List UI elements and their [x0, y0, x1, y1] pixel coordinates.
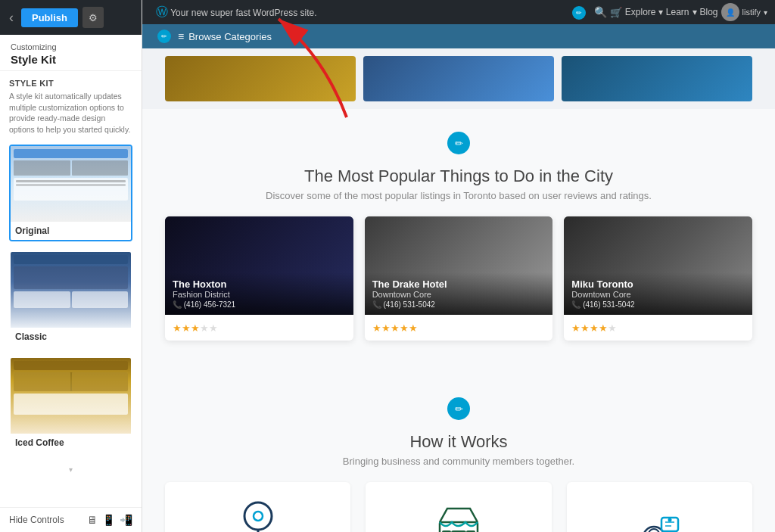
support-icon: [633, 501, 686, 532]
kit-label-original: Original: [11, 222, 131, 240]
how-section: ✏ How it Works Bringing business and com…: [142, 375, 775, 532]
popular-subtitle: Discover some of the most popular listin…: [165, 190, 752, 201]
strip-image-3: [562, 56, 752, 101]
kit-card-original[interactable]: Original: [9, 145, 132, 241]
scroll-hint: ▾: [9, 462, 132, 477]
blog-button[interactable]: Blog: [700, 7, 718, 17]
hoxton-area: Fashion District: [173, 290, 346, 299]
device-icons: 🖥 📱 📲: [87, 514, 132, 526]
how-cards-grid: [165, 482, 752, 532]
customizer-top-bar: ‹ Publish ⚙: [0, 0, 142, 35]
style-kit-description: A style kit automatically updates multip…: [9, 91, 132, 135]
miku-name: Miku Toronto: [571, 278, 745, 290]
how-section-header: ✏ How it Works Bringing business and com…: [165, 397, 752, 467]
how-card-support: [567, 482, 752, 532]
drake-name: The Drake Hotel: [372, 278, 546, 290]
preview-area: Ⓦ Your new super fast WordPress site. ✏ …: [142, 0, 775, 532]
learn-button[interactable]: Learn: [666, 7, 689, 17]
desktop-icon[interactable]: 🖥: [87, 514, 98, 526]
svg-point-18: [668, 518, 672, 522]
how-title: How it Works: [165, 432, 752, 452]
hoxton-image: The Hoxton Fashion District 📞 (416) 456-…: [165, 216, 353, 315]
menu-icon-browse: ≡: [178, 30, 184, 42]
hoxton-stars: ★★★★★: [173, 322, 218, 334]
mobile-icon[interactable]: 📲: [120, 514, 132, 526]
popular-section: ✏ The Most Popular Things to Do in the C…: [142, 109, 775, 375]
how-icon: ✏: [447, 397, 470, 420]
sidebar-section-title: Style Kit: [11, 53, 131, 66]
kit-card-iced-coffee[interactable]: Iced Coffee: [9, 356, 132, 453]
preview-site: ✏ ≡ Browse Categories ✏ The: [142, 24, 775, 532]
how-card-location: [165, 482, 350, 532]
customizer-sidebar: ‹ Publish ⚙ Customizing Style Kit Style …: [0, 0, 142, 532]
explore-button[interactable]: Explore ▾: [625, 7, 663, 17]
popular-icon: ✏: [447, 132, 470, 154]
edit-pencil-browse: ✏: [157, 30, 171, 43]
svg-point-1: [254, 512, 263, 521]
kit-thumb-original: [11, 146, 131, 222]
kit-card-classic[interactable]: Classic: [9, 250, 132, 347]
sidebar-footer: Hide Controls 🖥 📱 📲: [0, 507, 142, 532]
search-icon[interactable]: 🔍: [594, 6, 607, 18]
kit-thumb-iced-coffee: [11, 358, 131, 434]
miku-phone: 📞 (416) 531-5042: [571, 300, 745, 309]
drake-image: The Drake Hotel Downtown Core 📞 (416) 53…: [365, 216, 553, 315]
user-chevron: ▾: [764, 8, 767, 17]
learn-chevron: ▾: [693, 7, 697, 17]
miku-area: Downtown Core: [571, 290, 745, 299]
strip-image-2: [363, 56, 554, 101]
how-card-store: [366, 482, 551, 532]
user-name: listify: [742, 8, 761, 17]
browse-bar: ✏ ≡ Browse Categories: [142, 24, 775, 48]
kit-thumb-classic: [11, 252, 131, 328]
back-button[interactable]: ‹: [6, 10, 17, 26]
edit-icon-admin: ✏: [572, 5, 588, 20]
wp-nav-right: ✏ 🔍 🛒 Explore ▾ Learn ▾ Blog 👤 listify ▾: [572, 3, 767, 21]
strip-image-1: [165, 56, 356, 101]
wp-logo-icon: Ⓦ: [156, 5, 168, 18]
miku-card-body: ★★★★★: [564, 315, 752, 341]
miku-stars: ★★★★★: [571, 322, 617, 334]
kit-label-classic: Classic: [11, 328, 131, 346]
listing-card-miku[interactable]: Miku Toronto Downtown Core 📞 (416) 531-5…: [564, 216, 752, 341]
sidebar-body: Style Kit A style kit automatically upda…: [0, 71, 142, 507]
style-kit-label: Style Kit: [9, 79, 132, 88]
listing-card-hoxton[interactable]: The Hoxton Fashion District 📞 (416) 456-…: [165, 216, 353, 341]
pencil-icon: ✏: [572, 6, 586, 20]
publish-button[interactable]: Publish: [21, 8, 78, 27]
drake-phone: 📞 (416) 531-5042: [372, 300, 546, 309]
customizing-header: Customizing Style Kit: [0, 35, 142, 71]
hoxton-name: The Hoxton: [173, 278, 346, 290]
hide-controls-label[interactable]: Hide Controls: [9, 515, 64, 525]
wp-admin-bar: Ⓦ Your new super fast WordPress site. ✏ …: [142, 0, 775, 24]
gear-button[interactable]: ⚙: [82, 7, 104, 28]
store-icon: [432, 501, 485, 532]
listings-grid: The Hoxton Fashion District 📞 (416) 456-…: [165, 216, 752, 341]
customizing-label: Customizing: [11, 42, 131, 51]
popular-section-header: ✏ The Most Popular Things to Do in the C…: [165, 132, 752, 201]
top-images-strip: [142, 48, 775, 109]
miku-image: Miku Toronto Downtown Core 📞 (416) 531-5…: [564, 216, 752, 315]
listing-card-drake[interactable]: The Drake Hotel Downtown Core 📞 (416) 53…: [365, 216, 553, 341]
how-subtitle: Bringing business and community members …: [165, 456, 752, 467]
svg-point-14: [649, 529, 659, 532]
drake-stars: ★★★★★: [372, 322, 418, 334]
drake-area: Downtown Core: [372, 290, 546, 299]
tablet-icon[interactable]: 📱: [102, 514, 115, 526]
user-avatar[interactable]: 👤: [721, 3, 739, 21]
wp-logo-item[interactable]: Ⓦ Your new super fast WordPress site.: [150, 5, 323, 20]
cart-icon[interactable]: 🛒: [610, 7, 622, 18]
popular-title: The Most Popular Things to Do in the Cit…: [165, 166, 752, 186]
hoxton-phone: 📞 (416) 456-7321: [173, 300, 346, 309]
location-icon: [232, 497, 285, 532]
drake-card-body: ★★★★★: [365, 315, 553, 341]
wp-site-tagline: Your new super fast WordPress site.: [170, 8, 316, 18]
kit-label-iced-coffee: Iced Coffee: [11, 434, 131, 452]
browse-categories-link[interactable]: Browse Categories: [188, 31, 272, 42]
hoxton-card-body: ★★★★★: [165, 315, 353, 341]
svg-point-0: [244, 502, 272, 530]
gear-icon: ⚙: [89, 12, 98, 23]
